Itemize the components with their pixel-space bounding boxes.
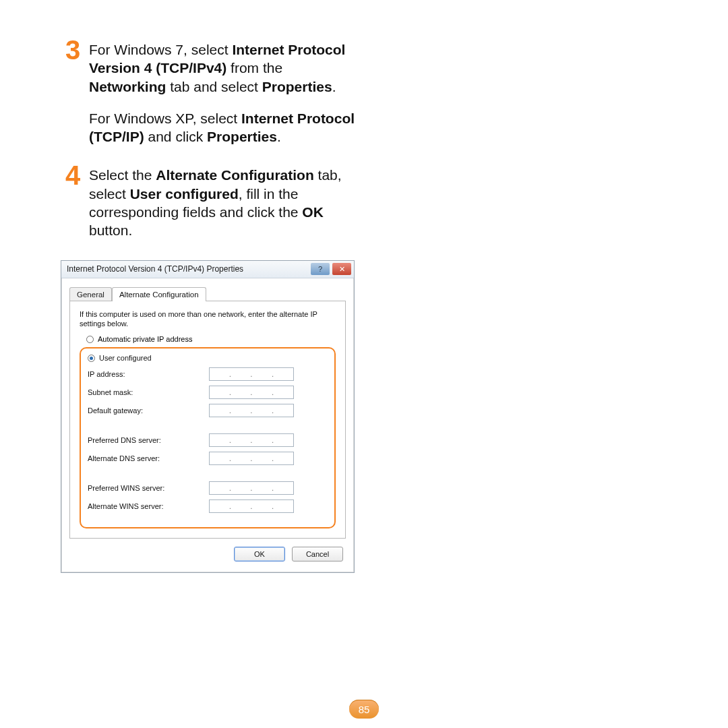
radio-automatic-private-ip[interactable]: Automatic private IP address: [86, 335, 336, 343]
dialog-tabs: General Alternate Configuration: [69, 286, 346, 301]
radio-icon-selected: [88, 355, 95, 362]
field-ip-address: IP address: ...: [88, 367, 328, 381]
dialog-title: Internet Protocol Version 4 (TCP/IPv4) P…: [67, 264, 243, 274]
titlebar-buttons: ? ✕: [311, 263, 354, 275]
radio-user-configured[interactable]: User configured: [88, 354, 328, 362]
ip-address-input[interactable]: ...: [209, 367, 294, 381]
radio-label-auto: Automatic private IP address: [98, 335, 192, 343]
user-configured-highlight: User configured IP address: ... Subnet m…: [80, 347, 336, 528]
alternate-wins-input[interactable]: ...: [209, 499, 294, 513]
cancel-button[interactable]: Cancel: [292, 547, 343, 562]
step-3-winxp: For Windows XP, select Internet Protocol…: [89, 109, 359, 146]
step-3-body: For Windows 7, select Internet Protocol …: [89, 40, 359, 146]
close-button[interactable]: ✕: [332, 263, 351, 275]
subnet-mask-input[interactable]: ...: [209, 386, 294, 399]
help-icon: ?: [318, 265, 322, 273]
preferred-wins-input[interactable]: ...: [209, 481, 294, 495]
field-subnet-mask: Subnet mask: ...: [88, 386, 328, 399]
step-3: 3 For Windows 7, select Internet Protoco…: [61, 40, 667, 146]
dialog-titlebar: Internet Protocol Version 4 (TCP/IPv4) P…: [61, 261, 354, 278]
radio-label-user: User configured: [99, 354, 152, 362]
tab-alternate-configuration[interactable]: Alternate Configuration: [112, 287, 206, 301]
alternate-dns-input[interactable]: ...: [209, 452, 294, 465]
field-preferred-dns: Preferred DNS server: ...: [88, 433, 328, 447]
page-number-badge: 85: [349, 700, 379, 719]
field-default-gateway: Default gateway: ...: [88, 404, 328, 417]
field-alternate-wins: Alternate WINS server: ...: [88, 499, 328, 513]
default-gateway-input[interactable]: ...: [209, 404, 294, 417]
close-icon: ✕: [339, 265, 345, 274]
dialog-button-row: OK Cancel: [69, 539, 346, 564]
step-4-body: Select the Alternate Configuration tab, …: [89, 166, 359, 239]
panel-note: If this computer is used on more than on…: [80, 309, 336, 329]
tab-panel-alternate: If this computer is used on more than on…: [69, 301, 346, 539]
step-4: 4 Select the Alternate Configuration tab…: [61, 166, 667, 239]
tab-general[interactable]: General: [69, 287, 112, 301]
step-3-win7: For Windows 7, select Internet Protocol …: [89, 40, 359, 96]
preferred-dns-input[interactable]: ...: [209, 433, 294, 447]
help-button[interactable]: ?: [311, 263, 330, 275]
field-alternate-dns: Alternate DNS server: ...: [88, 452, 328, 465]
tcpip-properties-dialog: Internet Protocol Version 4 (TCP/IPv4) P…: [61, 260, 355, 574]
step-4-number: 4: [61, 162, 85, 189]
step-3-number: 3: [61, 36, 85, 63]
ok-button[interactable]: OK: [234, 547, 285, 562]
field-preferred-wins: Preferred WINS server: ...: [88, 481, 328, 495]
radio-icon: [86, 336, 94, 343]
